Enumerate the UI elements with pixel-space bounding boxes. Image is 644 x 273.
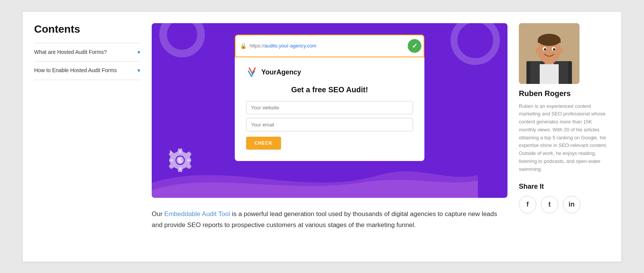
website-input[interactable] [246, 101, 413, 114]
lock-icon: 🔒 [240, 43, 247, 49]
audit-headline: Get a free SEO Audit! [246, 85, 413, 94]
sidebar-item-arrow-1: ▾ [137, 67, 140, 74]
linkedin-icon: in [569, 200, 575, 208]
sidebar-item-label-0: What are Hosted Audit Forms? [34, 49, 107, 56]
gear-icon: $ [167, 147, 193, 174]
email-input[interactable] [246, 118, 413, 131]
url-protocol: https:// [250, 43, 264, 49]
brand-name: YourAgency [261, 68, 301, 76]
author-name: Ruben Rogers [519, 89, 610, 98]
svg-rect-9 [538, 40, 561, 43]
body-paragraph: Our Embeddable Audit Tool is a powerful … [152, 208, 507, 231]
sidebar-item-label-1: How to Enable Hosted Audit Forms [34, 67, 117, 74]
sidebar-item-arrow-0: ▾ [137, 49, 140, 56]
main-content: $ 🔒 https://audits.your-agency.com ✓ [152, 23, 507, 250]
hero-banner: $ 🔒 https://audits.your-agency.com ✓ [152, 23, 507, 198]
facebook-share-button[interactable]: f [519, 196, 536, 213]
brand-name-regular: Your [261, 68, 276, 76]
browser-mockup: 🔒 https://audits.your-agency.com ✓ [235, 35, 424, 161]
sidebar-item-1[interactable]: How to Enable Hosted Audit Forms ▾ [34, 61, 140, 80]
svg-text:$: $ [178, 156, 182, 164]
facebook-icon: f [526, 200, 529, 208]
share-title: Share It [519, 183, 610, 191]
svg-point-13 [553, 48, 555, 50]
brand-header: YourAgency [246, 66, 413, 79]
svg-point-15 [558, 47, 563, 54]
contents-title: Contents [34, 23, 140, 35]
author-avatar [519, 23, 580, 84]
url-domain: audits.your-agency.com [264, 43, 316, 49]
gear-icon-container: $ [167, 147, 193, 175]
body-text-before-link: Our [152, 210, 164, 218]
page-container: Contents What are Hosted Audit Forms? ▾ … [22, 11, 622, 262]
author-avatar-svg [519, 23, 580, 84]
brand-name-bold: Agency [276, 68, 301, 76]
brand-logo-icon [246, 66, 258, 79]
svg-point-12 [544, 48, 546, 50]
left-sidebar: Contents What are Hosted Audit Forms? ▾ … [34, 23, 140, 250]
twitter-share-button[interactable]: t [541, 196, 558, 213]
sidebar-item-0[interactable]: What are Hosted Audit Forms? ▾ [34, 43, 140, 62]
embeddable-audit-tool-link[interactable]: Embeddable Audit Tool [164, 210, 230, 218]
twitter-icon: t [548, 200, 551, 208]
deco-circle-top-right [451, 23, 500, 65]
deco-circle-top-left [159, 23, 205, 57]
check-button[interactable]: CHECK [246, 137, 281, 150]
browser-bar: 🔒 https://audits.your-agency.com ✓ [235, 35, 424, 57]
browser-content: YourAgency Get a free SEO Audit! CHECK [235, 57, 424, 161]
svg-point-14 [536, 47, 540, 54]
right-sidebar: Ruben Rogers Ruben is an experienced con… [519, 23, 610, 250]
svg-rect-6 [540, 64, 559, 84]
linkedin-share-button[interactable]: in [563, 196, 580, 213]
share-buttons: f t in [519, 196, 610, 213]
check-circle-icon: ✓ [408, 39, 421, 53]
author-bio: Ruben is an experienced content marketin… [519, 103, 610, 174]
browser-url: https://audits.your-agency.com [250, 43, 405, 49]
